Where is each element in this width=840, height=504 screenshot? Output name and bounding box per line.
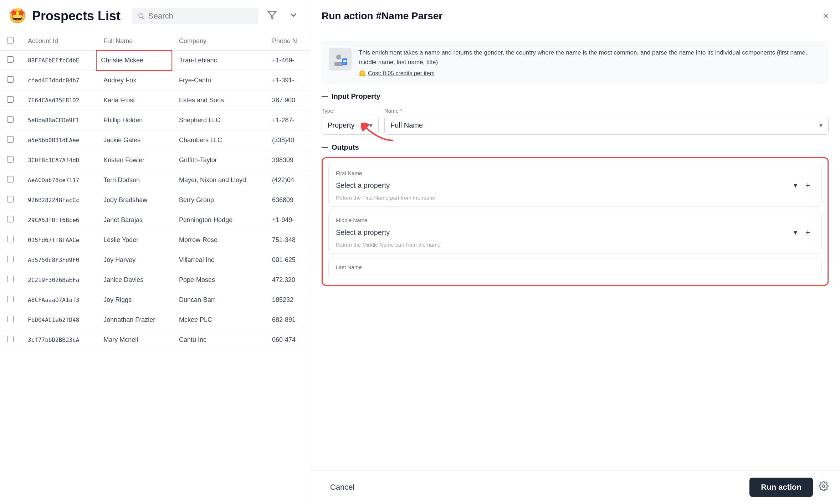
footer-actions: Run action — [749, 478, 829, 497]
name-value: Full Name — [390, 121, 423, 129]
table-row: 3cf77bbD2BB23cAMary McneilCantu Inc060-4… — [0, 330, 310, 350]
row-checkbox[interactable] — [7, 256, 14, 262]
dropdown-button[interactable] — [286, 7, 301, 25]
outputs-label: Outputs — [332, 143, 359, 151]
type-label: Type — [322, 108, 379, 114]
cell-company: Pope-Moses — [172, 270, 265, 290]
chevron-down-icon — [288, 10, 298, 20]
cell-phone: +1-391- — [265, 71, 310, 91]
firstname-placeholder: Select a property — [336, 181, 390, 190]
svg-marker-2 — [268, 11, 276, 19]
table-row: 926B282248FacCcJody BradshawBerry Group6… — [0, 190, 310, 210]
outputs-collapse-icon[interactable]: — — [322, 144, 328, 151]
prospects-table: Account Id Full Name Company Phone N 89F… — [0, 32, 310, 350]
cell-company: Villarreal Inc — [172, 250, 265, 270]
close-button[interactable]: × — [823, 11, 829, 21]
cancel-button[interactable]: Cancel — [322, 478, 363, 496]
cell-account-id: 5e8ba8BaCEDa9F1 — [21, 110, 96, 130]
panel-header: Run action #Name Parser × — [310, 0, 840, 32]
col-full-name: Full Name — [96, 32, 172, 51]
cell-phone: +1-287- — [265, 110, 310, 130]
table-row: A8CFAaaaD7A1af3Joy RiggsDuncan-Barr18523… — [0, 290, 310, 310]
cell-full-name: Janet Barajas — [96, 210, 172, 230]
cell-company: Berry Group — [172, 190, 265, 210]
row-checkbox[interactable] — [7, 296, 14, 302]
outputs-header: — Outputs — [322, 143, 829, 151]
svg-rect-5 — [334, 62, 343, 66]
cell-account-id: 926B282248FacCc — [21, 190, 96, 210]
outputs-section-header: — Outputs — [322, 143, 359, 151]
row-checkbox[interactable] — [7, 136, 14, 143]
select-all-checkbox[interactable] — [7, 37, 14, 43]
row-checkbox[interactable] — [7, 56, 14, 63]
table-row: Ad5750c8F3Fd9F0Joy HarveyVillarreal Inc0… — [0, 250, 310, 270]
svg-rect-7 — [343, 60, 347, 61]
row-checkbox[interactable] — [7, 76, 14, 83]
cell-phone: 751-348 — [265, 230, 310, 250]
row-checkbox[interactable] — [7, 336, 14, 342]
cell-full-name: Joy Riggs — [96, 290, 172, 310]
data-table: Account Id Full Name Company Phone N 89F… — [0, 32, 310, 504]
cell-account-id: 2C219F3026BaEFa — [21, 270, 96, 290]
row-checkbox[interactable] — [7, 276, 14, 282]
firstname-select[interactable]: Select a property ▾ — [336, 181, 797, 190]
run-action-button[interactable]: Run action — [749, 478, 813, 497]
filter-button[interactable] — [264, 7, 280, 25]
search-input[interactable] — [148, 11, 253, 21]
cell-company: Pennington-Hodge — [172, 210, 265, 230]
svg-point-11 — [823, 485, 825, 488]
col-company: Company — [172, 32, 265, 51]
cell-company: Estes and Sons — [172, 91, 265, 110]
page-title: Prospects List — [32, 9, 121, 24]
row-checkbox[interactable] — [7, 176, 14, 182]
name-select[interactable]: Full Name ▾ — [384, 116, 829, 135]
cell-phone: +1-949- — [265, 210, 310, 230]
cell-full-name: Karla Frost — [96, 91, 172, 110]
row-checkbox[interactable] — [7, 196, 14, 202]
cell-full-name: Jody Bradshaw — [96, 190, 172, 210]
firstname-select-row: Select a property ▾ + — [336, 179, 814, 192]
type-select[interactable]: Property ▾ — [322, 116, 379, 135]
row-checkbox[interactable] — [7, 96, 14, 103]
cell-full-name: Mary Mcneil — [96, 330, 172, 350]
cell-phone: 472.320 — [265, 270, 310, 290]
app-icon: 🤩 — [9, 7, 26, 24]
table-row: AeACDab78ce7117Terri DodsonMayer, Nixon … — [0, 170, 310, 190]
cell-account-id: 3cf77bbD2BB23cA — [21, 330, 96, 350]
middlename-add-button[interactable]: + — [801, 226, 814, 239]
collapse-icon[interactable]: — — [322, 93, 328, 100]
property-row: Type Property ▾ Name * Full Name ▾ — [322, 108, 829, 135]
panel-body: This enrichment takes a name and returns… — [310, 32, 840, 470]
cell-company: Cantu Inc — [172, 330, 265, 350]
svg-line-1 — [143, 17, 144, 19]
row-checkbox[interactable] — [7, 236, 14, 242]
outputs-highlight-container: Create a new property First Name Select … — [322, 157, 829, 286]
middlename-select[interactable]: Select a property ▾ — [336, 228, 797, 237]
row-checkbox[interactable] — [7, 316, 14, 322]
row-checkbox[interactable] — [7, 216, 14, 222]
cell-account-id: 015Fd67ff8fAACe — [21, 230, 96, 250]
description-content: This enrichment takes a name and returns… — [359, 48, 821, 77]
middlename-placeholder: Select a property — [336, 228, 390, 237]
table-row: 015Fd67ff8fAACeLeslie YoderMorrow-Rose75… — [0, 230, 310, 250]
output-item-lastname: Last Name — [328, 258, 822, 279]
description-card: This enrichment takes a name and returns… — [322, 41, 829, 84]
cell-full-name: Janice Davies — [96, 270, 172, 290]
settings-button[interactable] — [819, 481, 829, 493]
cell-account-id: Ad5750c8F3Fd9F0 — [21, 250, 96, 270]
cell-account-id: cfad4E3dbdc04b7 — [21, 71, 96, 91]
cell-full-name: Jackie Gates — [96, 130, 172, 150]
cell-account-id: A8CFAaaaD7A1af3 — [21, 290, 96, 310]
cell-company: Shepherd LLC — [172, 110, 265, 130]
cell-full-name: Leslie Yoder — [96, 230, 172, 250]
cost-link[interactable]: 🪙 Cost: 0.05 credits per item — [359, 70, 821, 77]
row-checkbox[interactable] — [7, 156, 14, 163]
search-bar[interactable] — [132, 8, 258, 24]
table-row: 3C0fBc1EA7Af4dDKristen FowlerGriffith-Ta… — [0, 150, 310, 170]
firstname-add-button[interactable]: + — [801, 179, 814, 192]
cell-account-id: 7E64CAad35E81D2 — [21, 91, 96, 110]
panel-title: Run action #Name Parser — [322, 10, 442, 22]
cell-phone: (338)40 — [265, 130, 310, 150]
row-checkbox[interactable] — [7, 116, 14, 123]
table-row: 7E64CAad35E81D2Karla FrostEstes and Sons… — [0, 91, 310, 110]
